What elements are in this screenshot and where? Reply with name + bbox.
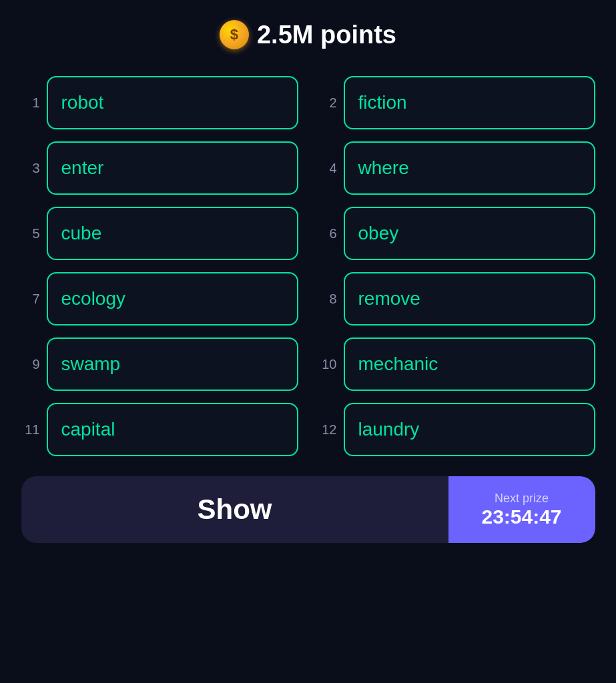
coin-icon: $ [220, 20, 249, 49]
word-box[interactable]: obey [344, 207, 595, 260]
list-item[interactable]: 1robot [21, 76, 298, 129]
next-prize-panel[interactable]: Next prize 23:54:47 [448, 476, 595, 543]
points-header: $ 2.5M points [220, 20, 396, 49]
word-number: 2 [318, 95, 337, 111]
word-number: 9 [21, 357, 40, 372]
next-prize-label: Next prize [495, 492, 549, 506]
word-box[interactable]: where [344, 141, 595, 195]
word-box[interactable]: capital [47, 403, 298, 456]
list-item[interactable]: 12laundry [318, 403, 595, 456]
word-number: 12 [318, 422, 337, 438]
word-box[interactable]: enter [47, 141, 298, 195]
list-item[interactable]: 4where [318, 141, 595, 195]
words-grid: 1robot2fiction3enter4where5cube6obey7eco… [21, 76, 595, 456]
list-item[interactable]: 8remove [318, 272, 595, 325]
word-number: 7 [21, 291, 40, 307]
word-box[interactable]: mechanic [344, 337, 595, 391]
word-number: 5 [21, 226, 40, 241]
word-number: 3 [21, 161, 40, 176]
word-box[interactable]: ecology [47, 272, 298, 325]
list-item[interactable]: 11capital [21, 403, 298, 456]
word-box[interactable]: cube [47, 207, 298, 260]
countdown-timer: 23:54:47 [481, 506, 561, 528]
show-button-container[interactable]: Show Next prize 23:54:47 [21, 476, 595, 543]
word-box[interactable]: swamp [47, 337, 298, 391]
list-item[interactable]: 5cube [21, 207, 298, 260]
list-item[interactable]: 2fiction [318, 76, 595, 129]
points-label: 2.5M points [257, 21, 396, 49]
word-number: 10 [318, 357, 337, 372]
word-number: 8 [318, 291, 337, 307]
list-item[interactable]: 10mechanic [318, 337, 595, 391]
word-box[interactable]: robot [47, 76, 298, 129]
word-number: 6 [318, 226, 337, 241]
list-item[interactable]: 3enter [21, 141, 298, 195]
list-item[interactable]: 7ecology [21, 272, 298, 325]
word-number: 11 [21, 422, 40, 438]
word-box[interactable]: fiction [344, 76, 595, 129]
word-box[interactable]: remove [344, 272, 595, 325]
list-item[interactable]: 6obey [318, 207, 595, 260]
word-box[interactable]: laundry [344, 403, 595, 456]
show-button[interactable]: Show [21, 476, 448, 543]
list-item[interactable]: 9swamp [21, 337, 298, 391]
word-number: 1 [21, 95, 40, 111]
word-number: 4 [318, 161, 337, 176]
